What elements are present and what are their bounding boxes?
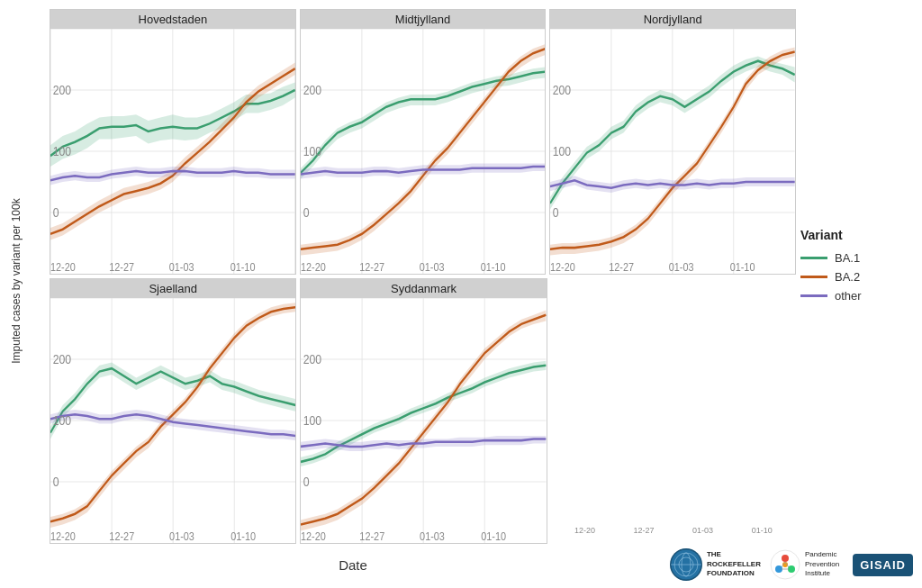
x-tick-shared-1: 12-20 [574, 526, 595, 535]
svg-text:01-10: 01-10 [230, 529, 256, 542]
x-tick-shared-3: 01-03 [692, 526, 713, 535]
legend-line-other [800, 294, 827, 297]
ppi-icon [770, 549, 800, 580]
svg-text:0: 0 [303, 474, 310, 490]
logo-gisaid: GISAID [853, 554, 913, 576]
svg-text:12-27: 12-27 [360, 529, 385, 542]
x-tick-shared-2: 12-27 [634, 526, 655, 535]
rockefeller-text: THE ROCKEFELLER FOUNDATION [707, 550, 756, 578]
svg-text:0: 0 [53, 204, 59, 221]
x-axis-label: Date [54, 557, 652, 573]
svg-text:01-03: 01-03 [419, 259, 444, 273]
ppi-text: Pandemic Prevention Institute [805, 550, 839, 578]
panel-title-midtjylland: Midtjylland [301, 10, 546, 29]
logo-ppi: Pandemic Prevention Institute [770, 549, 839, 580]
panel-midtjylland: Midtjylland [300, 9, 547, 275]
svg-text:100: 100 [303, 412, 322, 429]
y-axis-label: Imputed cases by variant per 100k [10, 198, 23, 363]
svg-text:12-20: 12-20 [50, 529, 76, 542]
panel-title-syddanmark: Syddanmark [301, 279, 546, 298]
svg-text:200: 200 [303, 82, 321, 98]
svg-text:12-20: 12-20 [301, 529, 326, 542]
svg-text:01-10: 01-10 [230, 259, 256, 273]
svg-point-94 [775, 565, 782, 573]
svg-text:01-03: 01-03 [169, 259, 194, 273]
panel-nordjylland: Nordjylland [549, 9, 796, 275]
legend-item-other: other [800, 289, 913, 303]
logo-rockefeller: THE ROCKEFELLER FOUNDATION [670, 548, 756, 581]
bottom-area: Date THE ROCKEFELLER FOUNDATION [0, 544, 922, 588]
chart-svg-syddanmark: 0 100 200 12-20 12-27 01-03 01-10 [301, 298, 546, 543]
svg-text:100: 100 [553, 143, 572, 159]
panel-title-hovedstaden: Hovedstaden [50, 10, 295, 29]
svg-text:200: 200 [303, 351, 322, 367]
panel-body-midtjylland: 0 100 200 12-20 12-27 01-03 01-10 [301, 29, 546, 274]
svg-text:01-03: 01-03 [420, 529, 445, 542]
svg-text:01-03: 01-03 [169, 529, 194, 542]
svg-text:100: 100 [53, 143, 72, 159]
gisaid-badge: GISAID [853, 554, 913, 576]
chart-container: Imputed cases by variant per 100k Hoveds… [0, 0, 922, 588]
panel-body-syddanmark: 0 100 200 12-20 12-27 01-03 01-10 [301, 298, 546, 543]
svg-text:01-10: 01-10 [480, 259, 505, 273]
panel-body-nordjylland: 0 100 200 12-20 12-27 01-03 01-10 [550, 29, 795, 274]
svg-text:100: 100 [303, 143, 321, 159]
chart-svg-sjaelland: 0 100 200 12-20 12-27 01-03 01-10 [50, 298, 295, 543]
chart-svg-hovedstaden: 0 100 200 12-20 12-27 01-03 01-10 [50, 29, 295, 274]
svg-text:01-10: 01-10 [730, 259, 755, 273]
svg-text:12-27: 12-27 [359, 259, 384, 273]
svg-text:12-27: 12-27 [109, 259, 134, 273]
legend-line-ba2 [800, 276, 827, 278]
svg-text:12-27: 12-27 [610, 259, 635, 273]
legend-title: Variant [800, 228, 913, 242]
panel-body-sjaelland: 0 100 200 12-20 12-27 01-03 01-10 [50, 298, 295, 543]
legend-label-ba2: BA.2 [835, 270, 860, 284]
chart-svg-nordjylland: 0 100 200 12-20 12-27 01-03 01-10 [550, 29, 795, 274]
panel-title-sjaelland: Sjaelland [50, 279, 295, 298]
panel-body-hovedstaden: 0 100 200 12-20 12-27 01-03 01-10 [50, 29, 295, 274]
legend-item-ba1: BA.1 [800, 251, 913, 265]
legend-label-other: other [835, 289, 862, 303]
panel-sjaelland: Sjaelland [50, 278, 296, 544]
svg-text:200: 200 [53, 351, 72, 367]
logos-area: THE ROCKEFELLER FOUNDATION [670, 548, 913, 581]
svg-text:12-27: 12-27 [109, 529, 134, 542]
svg-text:01-10: 01-10 [481, 529, 506, 542]
legend-item-ba2: BA.2 [800, 270, 913, 284]
panel-hovedstaden: Hovedstaden [50, 9, 296, 275]
x-tick-spacer: 12-20 12-27 01-03 01-10 [551, 278, 796, 544]
x-tick-shared-4: 01-10 [752, 526, 773, 535]
rockefeller-icon [670, 548, 702, 581]
svg-text:200: 200 [53, 82, 72, 98]
panel-title-nordjylland: Nordjylland [550, 10, 795, 29]
svg-text:200: 200 [553, 82, 572, 98]
svg-point-93 [782, 555, 789, 562]
panel-syddanmark: Syddanmark [300, 278, 547, 544]
svg-point-95 [788, 565, 795, 573]
svg-text:0: 0 [553, 204, 559, 221]
svg-text:12-20: 12-20 [301, 259, 326, 273]
chart-svg-midtjylland: 0 100 200 12-20 12-27 01-03 01-10 [301, 29, 546, 274]
svg-text:12-20: 12-20 [550, 259, 575, 273]
legend-line-ba1 [800, 257, 827, 259]
svg-text:12-20: 12-20 [50, 259, 76, 273]
svg-text:100: 100 [53, 412, 72, 429]
legend-label-ba1: BA.1 [835, 251, 860, 265]
svg-text:01-03: 01-03 [669, 259, 694, 273]
svg-text:0: 0 [53, 474, 59, 490]
legend-area: Variant BA.1 BA.2 other [796, 9, 913, 544]
svg-text:0: 0 [303, 204, 309, 221]
